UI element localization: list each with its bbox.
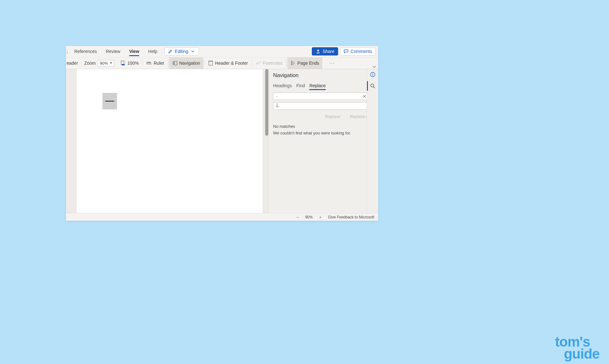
ribbon-separator xyxy=(142,59,143,67)
clear-icon[interactable] xyxy=(363,95,366,98)
search-icon[interactable] xyxy=(367,83,378,89)
share-label: Share xyxy=(323,49,334,54)
header-footer-label: Header & Footer xyxy=(215,61,248,66)
menu-tabs-row: ; References Review View Help Editing Sh… xyxy=(66,46,378,57)
svg-point-10 xyxy=(372,73,373,74)
nav-tab-replace[interactable]: Replace xyxy=(309,83,325,89)
svg-rect-6 xyxy=(209,61,213,62)
svg-rect-11 xyxy=(372,74,373,76)
watermark-line2: guide xyxy=(564,348,599,360)
comments-button[interactable]: Comments xyxy=(340,47,376,55)
navigation-pane: Navigation Headings Find Replace xyxy=(268,69,378,213)
feedback-link[interactable]: Give Feedback to Microsoft xyxy=(328,215,374,219)
comment-icon xyxy=(344,49,349,54)
chevron-down-icon xyxy=(190,49,195,54)
vertical-scrollbar[interactable] xyxy=(265,69,268,136)
header-footer-icon xyxy=(208,61,213,66)
editing-label: Editing xyxy=(175,49,188,54)
zoom-value: 90% xyxy=(305,215,313,219)
word-online-window: ; References Review View Help Editing Sh… xyxy=(66,46,378,221)
replace-form xyxy=(273,93,374,112)
navigation-label: Navigation xyxy=(179,61,200,66)
ribbon-100[interactable]: 100% xyxy=(117,57,142,69)
ruler-icon xyxy=(147,61,152,66)
page-ends-icon xyxy=(291,61,296,66)
ribbon-separator xyxy=(252,59,252,67)
page-ends-label: Page Ends xyxy=(298,61,319,66)
share-icon xyxy=(316,49,321,54)
no-matches-detail: We couldn't find what you were looking f… xyxy=(273,131,374,135)
ribbon-separator xyxy=(168,59,168,67)
navigation-icon xyxy=(172,61,177,66)
editing-mode-button[interactable]: Editing xyxy=(164,47,199,55)
tab-cutoff: ; xyxy=(67,46,70,56)
ribbon-collapse-icon[interactable] xyxy=(372,66,376,68)
zoom-label: Zoom xyxy=(84,61,96,66)
results-message: No matches We couldn't find what you wer… xyxy=(273,124,374,135)
svg-point-12 xyxy=(370,84,374,87)
footnotes-label: Footnotes xyxy=(263,61,283,66)
ribbon-footnotes: ab Footnotes xyxy=(253,57,286,69)
no-matches-label: No matches xyxy=(273,124,374,129)
svg-rect-1 xyxy=(122,64,125,65)
ribbon-more[interactable]: ··· xyxy=(326,57,338,69)
ribbon-reader-cutoff[interactable]: eader xyxy=(67,57,81,69)
find-input-row xyxy=(273,93,374,100)
replace-input[interactable] xyxy=(273,102,374,110)
ribbon-zoom: Zoom 90% xyxy=(81,57,117,69)
side-rail xyxy=(367,69,378,213)
hundred-label: 100% xyxy=(128,61,139,66)
ribbon-header-footer[interactable]: Header & Footer xyxy=(205,57,251,69)
zoom-select[interactable]: 90% xyxy=(98,60,114,67)
document-page[interactable] xyxy=(77,69,263,213)
emdash-glyph xyxy=(105,101,114,101)
svg-rect-8 xyxy=(259,62,261,63)
footnotes-icon: ab xyxy=(256,61,261,66)
text-cursor xyxy=(277,103,277,108)
toms-guide-watermark: tom's guide xyxy=(555,336,599,360)
nav-tab-find[interactable]: Find xyxy=(296,83,305,89)
tab-review[interactable]: Review xyxy=(101,46,125,56)
replace-input-row xyxy=(273,102,374,110)
content-area: Navigation Headings Find Replace xyxy=(66,69,378,213)
ruler-label: Ruler xyxy=(154,61,164,66)
share-button[interactable]: Share xyxy=(312,47,338,55)
nav-pane-title: Navigation xyxy=(273,72,298,79)
ribbon-page-ends[interactable]: Page Ends xyxy=(287,57,323,69)
tab-help[interactable]: Help xyxy=(144,46,162,56)
view-ribbon: eader Zoom 90% 100% Ruler Navigation xyxy=(66,57,378,69)
zoom-in-button[interactable]: + xyxy=(318,215,323,220)
comments-label: Comments xyxy=(350,49,372,54)
document-panel xyxy=(66,69,268,213)
info-icon[interactable] xyxy=(367,72,378,77)
nav-tab-headings[interactable]: Headings xyxy=(273,83,292,89)
reader-label: eader xyxy=(67,61,78,66)
svg-rect-3 xyxy=(173,61,174,65)
page-100-icon xyxy=(121,61,126,66)
zoom-out-button[interactable]: − xyxy=(295,215,300,220)
replace-button[interactable]: Replace xyxy=(325,114,340,119)
status-bar: − 90% + Give Feedback to Microsoft xyxy=(66,213,378,221)
tab-references[interactable]: References xyxy=(70,46,102,56)
ribbon-navigation[interactable]: Navigation xyxy=(169,57,203,69)
selected-emdash[interactable] xyxy=(102,93,117,109)
ribbon-ruler[interactable]: Ruler xyxy=(143,57,167,69)
nav-tabs: Headings Find Replace xyxy=(273,83,374,89)
svg-text:ab: ab xyxy=(256,62,260,65)
find-input[interactable] xyxy=(273,93,374,100)
tab-view[interactable]: View xyxy=(125,46,144,56)
svg-rect-4 xyxy=(174,61,177,65)
ribbon-separator xyxy=(204,59,204,67)
more-label: ··· xyxy=(329,61,335,66)
ribbon-separator xyxy=(286,59,287,67)
replace-actions: Replace Replace All xyxy=(273,114,374,119)
pencil-icon xyxy=(168,49,173,54)
